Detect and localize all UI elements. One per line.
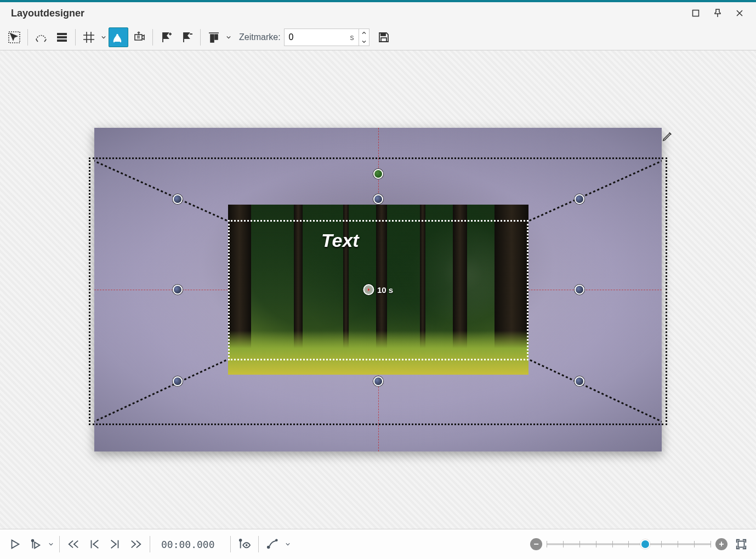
toolbar-separator: [75, 29, 76, 46]
marker-visibility-button[interactable]: [235, 535, 254, 554]
keyframe-time-label: 10 s: [377, 285, 393, 295]
window-close-button[interactable]: [729, 2, 751, 24]
zoom-slider-thumb[interactable]: [641, 540, 649, 548]
svg-rect-3: [57, 36, 67, 38]
path-display-dropdown[interactable]: [284, 534, 292, 554]
timestamp-step-down[interactable]: [359, 37, 369, 46]
next-frame-button[interactable]: [106, 535, 124, 554]
rotation-handle[interactable]: [373, 169, 383, 179]
resize-handle-left[interactable]: [173, 285, 183, 295]
svg-line-13: [528, 359, 662, 424]
svg-line-12: [94, 359, 228, 424]
svg-point-14: [32, 540, 34, 542]
grid-button[interactable]: [79, 27, 99, 47]
zoom-in-button[interactable]: +: [715, 538, 727, 550]
zoom-fit-button[interactable]: [732, 535, 751, 554]
resize-handle-br[interactable]: [575, 376, 584, 386]
svg-point-18: [275, 539, 278, 541]
play-button[interactable]: [5, 535, 24, 554]
save-button[interactable]: [374, 27, 394, 47]
timestamp-unit: s: [350, 33, 359, 42]
toolbar-separator: [27, 29, 28, 46]
timestamp-spinner: [359, 29, 369, 46]
alignment-button[interactable]: [204, 27, 224, 47]
zoom-control: − +: [530, 535, 751, 554]
keyframe-remove-button[interactable]: [177, 27, 197, 47]
toolbar-separator: [200, 29, 201, 46]
motion-path-button[interactable]: [109, 27, 128, 47]
svg-point-15: [240, 539, 242, 541]
zoom-slider[interactable]: [547, 539, 711, 550]
resize-handle-bl[interactable]: [173, 376, 183, 386]
timestamp-step-up[interactable]: [359, 29, 369, 37]
camera-frame-button[interactable]: [129, 27, 149, 47]
svg-rect-6: [211, 35, 214, 42]
keyframe-center-mark[interactable]: 10 s: [363, 284, 393, 295]
fast-forward-button[interactable]: [127, 535, 145, 554]
resize-handle-top[interactable]: [373, 194, 383, 204]
rewind-button[interactable]: [64, 535, 83, 554]
window-pin-button[interactable]: [707, 2, 729, 24]
grid-dropdown[interactable]: [100, 27, 107, 47]
timestamp-label: Zeitmarke:: [239, 32, 281, 42]
layers-button[interactable]: [52, 27, 72, 47]
timestamp-input[interactable]: [285, 30, 350, 44]
toolbar-separator: [152, 29, 153, 46]
svg-rect-9: [381, 38, 386, 42]
canvas-area[interactable]: Text 10 s: [0, 50, 756, 529]
svg-line-11: [528, 159, 662, 221]
play-options-dropdown[interactable]: [47, 534, 55, 554]
keyframe-add-button[interactable]: [156, 27, 176, 47]
canvas-stage[interactable]: Text 10 s: [94, 128, 662, 451]
text-overlay[interactable]: Text: [321, 230, 359, 251]
zoom-out-button[interactable]: −: [530, 538, 542, 550]
svg-line-10: [94, 159, 228, 221]
svg-rect-8: [381, 33, 385, 36]
timecode-display: 00:00.000: [155, 539, 226, 550]
resize-handle-right[interactable]: [575, 285, 584, 295]
svg-rect-2: [57, 33, 67, 35]
player-separator: [258, 536, 259, 552]
svg-rect-5: [135, 35, 142, 40]
timestamp-field-wrap: s: [284, 29, 370, 46]
player-separator: [230, 536, 231, 552]
svg-rect-4: [57, 39, 67, 42]
svg-rect-7: [215, 35, 218, 39]
title-bar: Layoutdesigner: [0, 0, 756, 24]
window-restore-button[interactable]: [685, 2, 707, 24]
edit-pencil-button[interactable]: [662, 130, 675, 143]
resize-handle-tr[interactable]: [575, 194, 584, 204]
window-title: Layoutdesigner: [11, 8, 685, 19]
svg-rect-0: [693, 10, 699, 16]
selection-tool-button[interactable]: [4, 27, 24, 47]
curve-marquee-button[interactable]: [31, 27, 51, 47]
player-separator: [59, 536, 60, 552]
player-bar: 00:00.000 − +: [0, 529, 756, 559]
svg-point-16: [246, 544, 248, 546]
path-display-button[interactable]: [263, 535, 282, 554]
svg-rect-19: [738, 541, 744, 547]
play-from-marker-button[interactable]: [26, 535, 45, 554]
alignment-dropdown[interactable]: [225, 27, 232, 47]
player-separator: [150, 536, 150, 552]
main-toolbar: Zeitmarke: s: [0, 24, 756, 50]
resize-handle-bottom[interactable]: [373, 376, 383, 386]
center-target-icon: [363, 284, 374, 295]
resize-handle-tl[interactable]: [173, 194, 183, 204]
prev-frame-button[interactable]: [85, 535, 104, 554]
